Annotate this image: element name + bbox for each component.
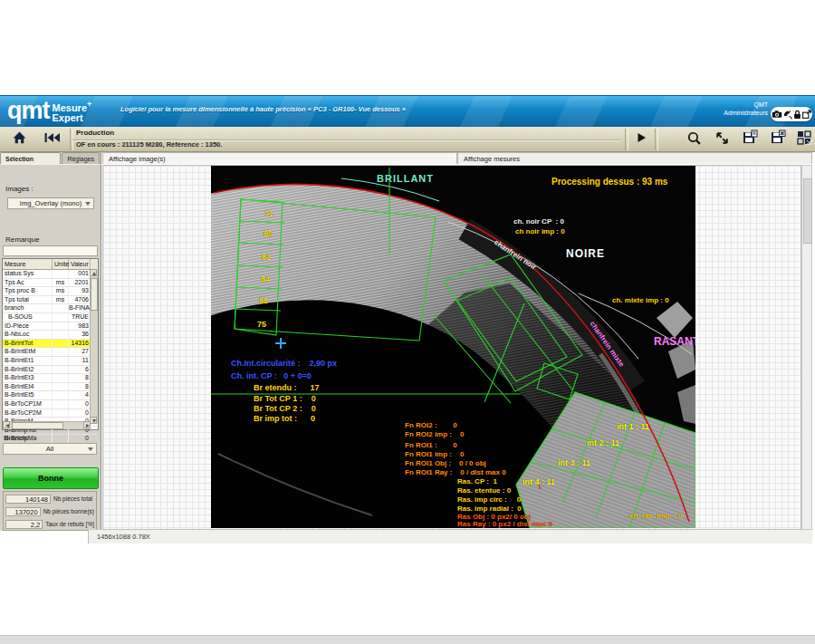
main-tabs: Affichage image(s)Affichage mesures [102,152,812,165]
chevron-down-icon [88,447,93,451]
table-row[interactable]: B-SOUSTRUE [3,313,98,322]
skip-to-start-icon [43,131,61,148]
table-cell: TRUE [69,313,91,322]
overlay-label: Br etendu : 17 [254,383,320,392]
status-good-button[interactable]: Bonne [3,467,99,489]
toolbar-separator [655,129,658,150]
image-select[interactable]: Img_Overlay (mono) [7,197,94,209]
table-cell: 0 [69,400,91,409]
logo-subtext: Mesure+ Expert [53,100,92,123]
table-cell [53,348,69,356]
table-cell: 6 [69,366,91,374]
table-row[interactable]: B-BrIntEtM27 [3,348,98,357]
table-row[interactable]: B-BrIntEt48 [3,383,98,392]
remark-input[interactable] [3,245,98,256]
table-cell [53,391,69,399]
save-report-button[interactable] [737,128,762,151]
app-logo: qmt Mesure+ Expert [7,97,91,125]
stat-row: 137020Nb pièces bonne(s) [5,505,94,517]
table-row[interactable]: B-BrIntTot14316 [3,340,98,349]
zoom-button[interactable] [681,128,706,151]
skip-to-start-button[interactable] [36,128,67,151]
table-row[interactable]: branchB-FINA [3,304,98,313]
table-cell: ms [53,296,69,304]
overlay-label: 81 [262,253,271,262]
camera-icon[interactable] [772,110,782,119]
table-row[interactable]: B-BrIntEt38 [3,374,98,383]
remark-label: Remarque [5,235,39,244]
table-row[interactable]: Tps proc Bms93 [3,287,98,296]
overlay-label: chanfrein mixte [589,320,626,369]
table-cell: 8 [69,374,91,382]
main-tab[interactable]: Affichage mesures [457,152,812,164]
overlay-label: Fn ROI1 Obj : 0 / 0 obj [405,459,486,467]
table-cell: 4 [69,391,91,399]
overlay-label: Br Tot CP 1 : 0 [254,394,316,403]
branch-select[interactable]: All [3,443,97,455]
sidebar-tab[interactable]: Réglages [62,152,100,165]
table-row[interactable]: ID-Pièce983 [3,322,98,332]
measure-table-header[interactable]: Mesure Unité Valeur [3,259,98,270]
col-header-valeur[interactable]: Valeur [69,259,91,269]
play-button[interactable] [629,128,653,151]
lock-icon[interactable] [793,110,801,120]
table-cell [53,322,69,331]
overlay-label: int 1 : 11 [617,422,649,431]
table-row[interactable]: B-NbLoc36 [3,331,98,340]
table-cell: B-BrIntEtM [3,348,53,356]
overlay-label: int 4 : 11 [523,477,555,486]
antenna-icon[interactable] [782,110,792,120]
table-cell: B-BrToCP2M [3,409,53,418]
table-cell: 27 [69,348,91,356]
save-image-icon [770,130,786,149]
table-cell: ms [53,287,69,295]
fit-screen-button[interactable] [709,128,734,151]
table-cell: 2201 [69,279,91,287]
overlay-label: Ras Ray : 0 px2 / dist max 0 [457,520,552,528]
stat-label: Taux de rebuts [%] [45,521,94,527]
overlay-labels: BRILLANTProcessing dessus : 93 msch. noi… [211,166,695,528]
viewport-vertical-scrollbar[interactable] [801,165,812,530]
window-export-icon[interactable] [801,110,811,120]
branch-select-value: All [46,445,53,453]
scrollbar-thumb[interactable] [803,178,812,244]
user-role: Administrateurs [724,109,768,117]
table-row[interactable]: B-BrIntEt111 [3,357,98,366]
table-row[interactable]: Tps totalms4706 [3,296,98,305]
table-vertical-scrollbar[interactable] [90,269,98,424]
overlay-label: 88 [259,296,268,305]
camera-image[interactable]: BRILLANTProcessing dessus : 93 msch. noi… [211,166,695,528]
window-layout-icon [796,130,812,149]
home-button[interactable] [5,128,33,151]
sidebar-tab[interactable]: Sélection d'image [0,152,61,165]
chevron-down-icon [85,202,91,206]
table-row[interactable]: status Sys001 [3,270,98,279]
application-window: qmt Mesure+ Expert Logiciel pour la mesu… [0,0,815,644]
save-image-button[interactable] [765,128,791,151]
table-horizontal-scrollbar[interactable] [3,421,91,429]
stat-value: 2,2 [5,520,43,529]
overlay-label: ch. mixte imp : 0 [612,296,669,304]
table-cell: Tps proc B [3,287,53,295]
table-cell: Tps Ac [3,279,53,287]
overlay-label: Ras. imp radial : 0 [457,505,522,513]
user-info: QMT Administrateurs [724,101,768,117]
main-tab[interactable]: Affichage image(s) [102,152,457,164]
table-row[interactable]: Tps Acms2201 [3,279,98,288]
overlay-label: NOIRE [566,247,605,260]
stat-row: 140148Nb pièces total [5,493,94,505]
table-row[interactable]: B-BrIntEt54 [3,391,98,400]
play-icon [635,131,647,148]
table-row[interactable]: B-BrToCP1M0 [3,400,98,409]
col-header-mesure[interactable]: Mesure [3,259,53,269]
window-layout-button[interactable] [793,128,815,151]
table-cell: 8 [69,383,91,391]
banner-title: Logiciel pour la mesure dimensionnelle à… [120,105,406,113]
table-cell: 36 [69,331,91,339]
table-row[interactable]: B-BrIntEt26 [3,366,98,375]
table-cell: B-BrIntEt2 [3,366,53,374]
table-row[interactable]: B-BrToCP2M0 [3,409,98,418]
table-cell [53,383,69,391]
overlay-label: ch noir imp : 0 [515,227,565,235]
col-header-unite[interactable]: Unité [53,259,69,269]
